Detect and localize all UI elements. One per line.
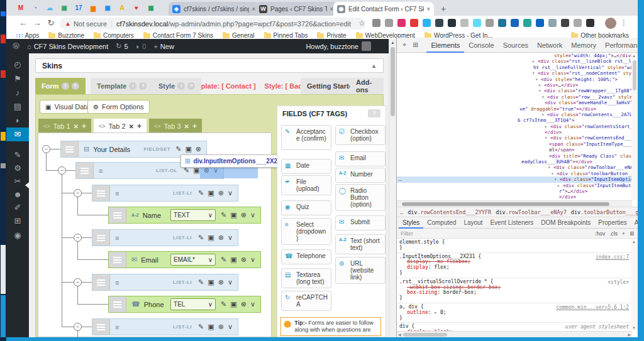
css-declaration[interactable]: display: flex; (399, 265, 630, 271)
bookmark-folder[interactable]: Private (317, 32, 346, 39)
devtools-tab-memory[interactable]: Memory (567, 38, 601, 53)
tree-row-list[interactable]: ≡LIST-LI✎▣⊗∨ (92, 229, 238, 246)
elements-hscroll-thumb[interactable] (402, 202, 609, 206)
css-declaration[interactable]: box-sizing: border-box; (399, 290, 630, 296)
dom-tree-line[interactable]: ▾ <div class="row___2vavz" style="opacit… (397, 94, 638, 100)
scroll-down-icon[interactable]: ▼ (632, 326, 636, 330)
twisty-icon[interactable]: ▸ (545, 124, 550, 129)
breadcrumb-item[interactable]: div.toolbarButton___guIr- (571, 209, 638, 215)
dom-tree-line[interactable]: </div> (397, 129, 638, 135)
comments-icon[interactable]: ◗ (6, 114, 29, 127)
scroll-up-icon[interactable]: ▲ (632, 54, 636, 58)
twisty-icon[interactable]: ▾ (538, 88, 544, 94)
elements-h-scrollbar[interactable] (397, 200, 632, 207)
browser-tab[interactable]: ◉Edit Contact Form ‹ CF7 Skins De× (333, 2, 434, 16)
styles-h-scrollbar[interactable]: ◀ ▶ (397, 331, 632, 337)
collapse-node-button[interactable]: − (74, 189, 82, 197)
dom-tree-line[interactable]: ve" draggable="true"></div> (397, 106, 638, 112)
styles-tab-styles[interactable]: Styles (399, 217, 423, 229)
tree-row-list[interactable]: ≡LIST-LI✎▣⊗∨ (92, 318, 238, 335)
appearance-icon[interactable]: ✎ (6, 148, 29, 162)
page-scrollbar[interactable]: ▲ (389, 39, 396, 337)
elements-scroll-thumb[interactable] (633, 60, 636, 90)
updates-indicator[interactable]: ↻ 5 (116, 42, 128, 50)
device-toolbar-icon[interactable]: ⊞ (409, 41, 421, 49)
skins-metabox-header[interactable]: Skins ▲ (35, 58, 384, 73)
tab-close-icon[interactable]: × (426, 6, 430, 13)
site-name[interactable]: ⌂ CF7 Skins Development (27, 43, 108, 50)
field-button-select[interactable]: ≡Select (dropdown) (281, 218, 331, 245)
help-badge[interactable]: ? (72, 82, 79, 90)
pocket-ext-icon[interactable] (372, 19, 380, 27)
field-button-file[interactable]: ✒File (upload) (281, 175, 331, 195)
add-tab-icon[interactable]: + (137, 122, 142, 131)
field-button-submit[interactable]: ✉Submit (335, 215, 386, 230)
styles-filter-input[interactable]: Filter (401, 230, 413, 237)
devtools-tab-console[interactable]: Console (464, 38, 498, 53)
field-type-select[interactable]: EMAIL*∨ (170, 254, 216, 266)
twisty-icon[interactable]: ▾ (551, 171, 557, 176)
collapse-metabox-icon[interactable]: ▲ (371, 63, 377, 69)
field-button-date[interactable]: ▦Date (281, 159, 331, 174)
pocket-icon[interactable]: ♥ (131, 3, 142, 13)
css-declaration[interactable]: outline: ▸ 0; (399, 310, 630, 316)
dom-tree-line[interactable]: ▸ <div class="InputItemButtons___tVBh (397, 183, 638, 188)
calendar-icon[interactable]: 17 (73, 3, 84, 13)
posts-icon[interactable]: ⚑ (6, 72, 29, 86)
field-button-checkbox[interactable]: ☑Checkbox (option) (335, 125, 386, 145)
duplicate-icon[interactable]: ▣ (185, 145, 191, 153)
collapse-node-button[interactable]: − (74, 323, 82, 331)
taskbar-app-icon[interactable] (1, 11, 6, 16)
dom-tree-line[interactable]: ht rst__lineFullVertical" style="width: … (397, 65, 638, 70)
dom-tree-line[interactable]: …▾ <div class="InputItemOptions___2X231"… (397, 176, 638, 182)
notes-ext-icon[interactable] (486, 19, 494, 27)
analytics-icon[interactable]: ▆ (87, 3, 99, 13)
duplicate-icon[interactable]: ▣ (208, 278, 214, 286)
devtools-tab-sources[interactable]: Sources (499, 38, 533, 53)
chrome-app-icon[interactable]: ◔ (30, 3, 41, 13)
form-tab[interactable]: <>Tab 1✕+ (38, 119, 91, 134)
tab-form[interactable]: Form!? (35, 78, 86, 94)
delete-icon[interactable]: ⊗ (241, 211, 247, 219)
gray-ext-icon[interactable] (460, 19, 469, 27)
address-bar[interactable]: ▲ Not secure | cf7skinsdev.local /wp-adm… (60, 18, 365, 30)
not-secure-label[interactable]: Not secure (74, 20, 107, 28)
wp-ring-ext-icon[interactable] (586, 19, 594, 27)
stylesheet-link[interactable]: index.css:7 (596, 254, 629, 260)
instagram-ext-icon[interactable] (397, 19, 406, 27)
dom-tree-line[interactable]: ▸ <div>…</div> (397, 82, 638, 88)
alert-badge[interactable]: ! (129, 82, 136, 90)
apps-shortcut[interactable]: ∷∷Apps (16, 32, 39, 39)
media-icon[interactable]: ♪ (6, 86, 29, 100)
pen-ext-icon[interactable] (511, 19, 519, 27)
breadcrumb-overflow[interactable]: … (400, 209, 403, 215)
page-scroll-thumb[interactable] (391, 47, 395, 116)
delete-icon[interactable]: ⊗ (218, 323, 224, 331)
breadcrumb-item[interactable]: div.rowContentsEnd___2YYFR (408, 209, 491, 215)
sheets-icon[interactable]: ▦ (145, 3, 157, 13)
styles-v-scrollbar[interactable]: ▲ ▼ (631, 239, 638, 331)
chevron-down-icon[interactable]: ∨ (250, 256, 255, 264)
styles-tab-layout[interactable]: Layout (460, 217, 486, 229)
dom-tree-line[interactable]: ▸ <div class="rst__lineBlock rst__lineHa… (397, 58, 638, 64)
tab-template[interactable]: Template!? (91, 78, 153, 94)
drag-handle[interactable] (61, 141, 79, 157)
tools-icon[interactable]: ✐ (6, 201, 29, 215)
elements-tree[interactable]: style="width: 44px;">…</div>▸ <div class… (397, 53, 638, 200)
styles-tab-event-listeners[interactable]: Event Listeners (486, 217, 537, 229)
plugins-icon[interactable]: ⚙ (6, 161, 29, 175)
bookmark-folder[interactable]: Buzztone (48, 32, 84, 39)
users-icon[interactable]: ☻ (6, 188, 29, 202)
dom-tree-line[interactable]: ▾ <div class="rowContentsEnd___2YYFR"> (397, 135, 638, 141)
duplicate-icon[interactable]: ▣ (230, 256, 236, 264)
chevron-down-icon[interactable]: ∨ (228, 278, 233, 286)
dom-tree-line[interactable]: ▾ <div class="rowWrapper___17g08"> (397, 88, 638, 94)
elements-v-scrollbar[interactable]: ▲ (631, 53, 638, 200)
tree-row-field[interactable]: ✉EmailEMAIL*∨✎▣⊗∨ (108, 251, 261, 268)
field-button-recaptcha[interactable]: ↻reCAPTCHA (281, 291, 331, 311)
stylesheet-link[interactable]: user agent stylesheet (565, 324, 629, 330)
close-tab-icon[interactable]: ✕ (129, 123, 134, 130)
twisty-icon[interactable]: ▾ (541, 94, 547, 100)
browser-menu-icon[interactable]: ⋮ (620, 18, 628, 27)
duplicate-icon[interactable]: ▣ (230, 211, 236, 219)
